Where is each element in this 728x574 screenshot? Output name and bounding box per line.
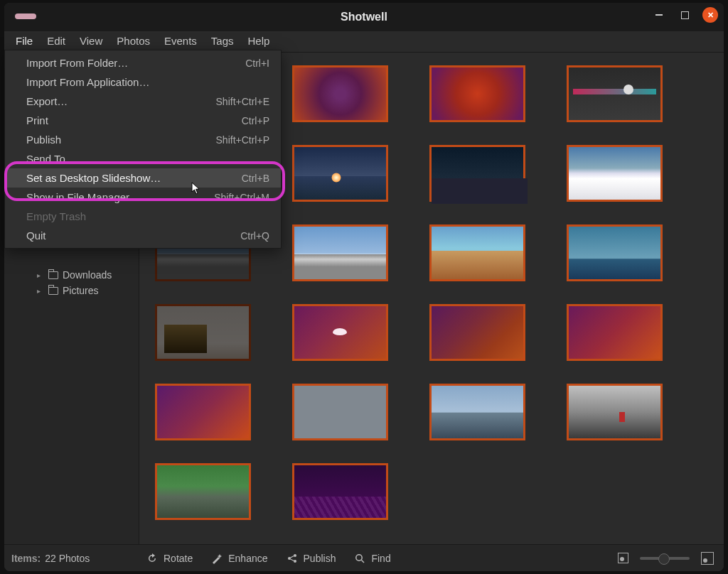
menu-label: Import From Folder…: [26, 57, 128, 69]
photo-thumbnail[interactable]: [292, 65, 388, 122]
titlebar: Shotwell: [4, 3, 724, 31]
menu-label: Publish: [26, 134, 61, 146]
folder-icon: [48, 287, 58, 295]
minimize-button[interactable]: [651, 7, 667, 23]
photo-thumbnail[interactable]: [429, 384, 525, 440]
photo-thumbnail[interactable]: [155, 463, 251, 520]
menu-quit[interactable]: Quit Ctrl+Q: [5, 226, 281, 245]
menu-publish[interactable]: Publish Shift+Ctrl+P: [5, 130, 281, 149]
menu-export[interactable]: Export… Shift+Ctrl+E: [5, 92, 281, 111]
photo-thumbnail[interactable]: [292, 145, 388, 202]
menu-help[interactable]: Help: [241, 31, 277, 52]
menu-empty-trash: Empty Trash: [5, 207, 281, 226]
menu-print[interactable]: Print Ctrl+P: [5, 111, 281, 130]
menu-show-in-file-manager[interactable]: Show in File Manager Shift+Ctrl+M: [5, 188, 281, 207]
photo-thumbnail[interactable]: [429, 224, 525, 281]
menu-events[interactable]: Events: [157, 31, 204, 52]
menu-import-from-application[interactable]: Import From Application…: [5, 72, 281, 92]
photo-thumbnail[interactable]: [155, 384, 251, 440]
menu-label: Export…: [26, 95, 68, 107]
photo-thumbnail[interactable]: [429, 65, 525, 122]
photo-thumbnail[interactable]: [567, 145, 663, 202]
photo-thumbnail[interactable]: [292, 304, 388, 361]
status-items-label: Items:: [11, 553, 41, 564]
chevron-right-icon: ▸: [37, 271, 44, 279]
sidebar-item-label: Pictures: [63, 285, 99, 296]
menu-accel: Shift+Ctrl+P: [216, 134, 269, 146]
photo-thumbnail[interactable]: [567, 65, 663, 122]
menu-accel: Ctrl+B: [242, 173, 269, 184]
photo-thumbnail[interactable]: [567, 304, 663, 361]
menu-label: Print: [26, 114, 48, 126]
thumbnail-small-icon[interactable]: [618, 553, 628, 563]
photo-thumbnail[interactable]: [429, 145, 525, 202]
close-button[interactable]: [702, 7, 718, 23]
menu-label: Set as Desktop Slideshow…: [26, 172, 161, 184]
sidebar-item-label: Downloads: [63, 269, 112, 281]
menu-label: Show in File Manager: [26, 191, 129, 203]
thumbnail-large-icon[interactable]: [701, 552, 714, 565]
maximize-button[interactable]: [677, 7, 692, 23]
toolbar-label: Find: [371, 553, 390, 564]
rotate-button[interactable]: Rotate: [146, 553, 193, 564]
menu-accel: Shift+Ctrl+M: [214, 192, 269, 203]
folder-icon: [48, 271, 58, 279]
menu-accel: Shift+Ctrl+E: [216, 96, 269, 107]
photo-thumbnail[interactable]: [292, 224, 388, 281]
footer: Items: 22 Photos Rotate Enhance Publis: [4, 544, 724, 571]
wand-icon: [211, 553, 223, 564]
sidebar-item-downloads[interactable]: ▸ Downloads: [4, 267, 139, 283]
photo-thumbnail[interactable]: [155, 304, 251, 361]
photo-thumbnail[interactable]: [567, 224, 663, 281]
menu-import-from-folder[interactable]: Import From Folder… Ctrl+I: [5, 53, 281, 72]
window-controls: [651, 7, 718, 23]
menu-label: Empty Trash: [26, 210, 86, 222]
menu-view[interactable]: View: [73, 31, 109, 52]
share-icon: [287, 553, 298, 564]
menu-accel: Ctrl+P: [242, 115, 269, 126]
svg-point-3: [356, 554, 362, 560]
menu-accel: Ctrl+Q: [240, 230, 269, 242]
photo-thumbnail[interactable]: [292, 463, 388, 520]
menu-accel: Ctrl+I: [245, 58, 269, 69]
chevron-right-icon: ▸: [37, 287, 44, 295]
photo-thumbnail[interactable]: [429, 304, 525, 361]
menu-set-as-desktop-slideshow[interactable]: Set as Desktop Slideshow… Ctrl+B: [5, 168, 281, 188]
menu-photos[interactable]: Photos: [109, 31, 157, 52]
toolbar-label: Publish: [304, 553, 336, 564]
menu-file[interactable]: File: [9, 31, 40, 52]
menu-edit[interactable]: Edit: [40, 31, 73, 52]
file-menu-dropdown: Import From Folder… Ctrl+I Import From A…: [4, 50, 282, 249]
toolbar-label: Rotate: [164, 553, 193, 564]
menu-label: Quit: [26, 229, 46, 242]
status-bar: Items: 22 Photos: [4, 553, 139, 564]
menu-tags[interactable]: Tags: [204, 31, 241, 52]
window-title: Shotwell: [4, 11, 724, 23]
photo-thumbnail[interactable]: [292, 384, 388, 440]
toolbar-label: Enhance: [228, 553, 267, 564]
svg-point-2: [294, 560, 296, 563]
menu-label: Send To…: [26, 153, 76, 165]
menu-send-to[interactable]: Send To…: [5, 149, 281, 168]
find-button[interactable]: Find: [354, 553, 390, 564]
menu-label: Import From Application…: [26, 76, 149, 88]
toolbar: Rotate Enhance Publish Find: [139, 552, 724, 565]
photo-thumbnail[interactable]: [567, 384, 663, 440]
zoom-slider[interactable]: [640, 557, 690, 560]
search-icon: [354, 553, 365, 564]
status-items-count: 22 Photos: [45, 553, 90, 564]
publish-button[interactable]: Publish: [287, 553, 336, 564]
sidebar-item-pictures[interactable]: ▸ Pictures: [4, 283, 139, 298]
enhance-button[interactable]: Enhance: [211, 553, 267, 564]
rotate-icon: [146, 553, 158, 564]
svg-point-1: [294, 554, 296, 557]
